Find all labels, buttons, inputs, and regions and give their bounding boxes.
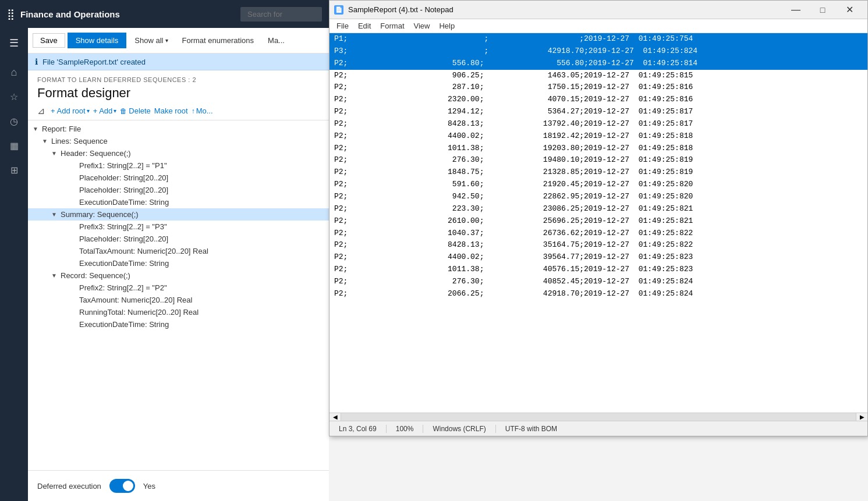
notepad-line-17: P2; 1040.37; 26736.62;2019-12-27 01:49:2… <box>330 228 867 240</box>
make-root-button[interactable]: Make root <box>154 106 188 115</box>
bottom-section: Deferred execution Yes <box>28 470 329 501</box>
tree-toggle-icon: ▼ <box>33 126 41 132</box>
format-designer-header: FORMAT TO LEARN DEFERRED SEQUENCES : 2 F… <box>28 70 329 120</box>
info-icon: ℹ <box>35 57 38 66</box>
maximize-button[interactable]: □ <box>809 1 836 19</box>
minimize-button[interactable]: — <box>782 1 809 19</box>
add-button[interactable]: + Add ▾ <box>93 106 117 115</box>
format-tree: ▼ Report: File ▼ Lines: Sequence ▼ Heade… <box>28 120 329 470</box>
save-button[interactable]: Save <box>33 33 65 48</box>
tree-item-record-sequence[interactable]: ▼ Record: Sequence(;) <box>28 269 329 282</box>
filter-icon[interactable]: ⊿ <box>37 105 45 116</box>
tree-item-prefix1[interactable]: Prefix1: String[2..2] = "P1" <box>28 159 329 172</box>
tree-toggle-icon: ▼ <box>42 138 50 144</box>
notepad-line-8: P2; 8428.13; 13792.40;2019-12-27 01:49:2… <box>330 118 867 130</box>
notepad-window-controls: — □ ✕ <box>782 1 863 19</box>
delete-button[interactable]: 🗑 Delete <box>120 106 151 115</box>
notepad-line-18: P2; 8428.13; 35164.75;2019-12-27 01:49:2… <box>330 239 867 251</box>
tree-item-exec-datetime-1[interactable]: ExecutionDateTime: String <box>28 196 329 208</box>
notepad-line-2: P3; ; 42918.70;2019-12-27 01:49:25:824 <box>330 45 867 58</box>
tree-item-lines-sequence[interactable]: ▼ Lines: Sequence <box>28 135 329 147</box>
tree-item-placeholder-1[interactable]: Placeholder: String[20..20] <box>28 172 329 184</box>
show-all-button[interactable]: Show all ▾ <box>129 33 173 48</box>
tree-item-label: Header: Sequence(;) <box>61 149 131 158</box>
tree-item-label: TaxAmount: Numeric[20..20] Real <box>79 296 192 304</box>
tree-item-prefix2[interactable]: Prefix2: String[2..2] = "P2" <box>28 282 329 294</box>
format-breadcrumb: FORMAT TO LEARN DEFERRED SEQUENCES : 2 <box>37 76 320 83</box>
tree-item-label: Placeholder: String[20..20] <box>79 234 168 243</box>
tree-item-runningtotal[interactable]: RunningTotal: Numeric[20..20] Real <box>28 306 329 318</box>
left-nav: ☰ ⌂ ☆ ◷ ▦ ⊞ <box>0 28 28 501</box>
tree-item-label: Record: Sequence(;) <box>61 271 130 280</box>
tree-item-exec-datetime-3[interactable]: ExecutionDateTime: String <box>28 318 329 331</box>
infobar-message: File 'SampleReport.txt' created <box>42 58 146 66</box>
favorites-icon[interactable]: ☆ <box>2 85 26 108</box>
notepad-menu-format[interactable]: Format <box>375 20 409 31</box>
tree-item-label: Prefix3: String[2..2] = "P3" <box>79 222 167 231</box>
notepad-menu-file[interactable]: File <box>332 20 353 31</box>
more-button[interactable]: Ma... <box>262 33 290 48</box>
tree-item-label: Prefix2: String[2..2] = "P2" <box>79 283 167 292</box>
notepad-line-7: P2; 1294.12; 5364.27;2019-12-27 01:49:25… <box>330 106 867 118</box>
show-details-button[interactable]: Show details <box>68 33 127 48</box>
search-input[interactable] <box>240 7 322 22</box>
notepad-titlebar: 📄 SampleReport (4).txt - Notepad — □ ✕ <box>330 1 867 19</box>
notepad-line-14: P2; 942.50; 22862.95;2019-12-27 01:49:25… <box>330 191 867 203</box>
hamburger-icon[interactable]: ☰ <box>2 31 26 55</box>
notepad-line-5: P2; 287.10; 1750.15;2019-12-27 01:49:25:… <box>330 81 867 94</box>
tree-toggle-icon: ▼ <box>51 211 59 218</box>
format-enumerations-button[interactable]: Format enumerations <box>176 33 260 48</box>
notepad-app-icon: 📄 <box>334 5 343 15</box>
tree-item-totaltaxamount[interactable]: TotalTaxAmount: Numeric[20..20] Real <box>28 245 329 257</box>
tree-item-label: RunningTotal: Numeric[20..20] Real <box>79 308 199 317</box>
tree-item-placeholder-2[interactable]: Placeholder: String[20..20] <box>28 184 329 196</box>
add-root-button[interactable]: + Add root ▾ <box>51 106 90 115</box>
notepad-line-11: P2; 276.30; 19480.10;2019-12-27 01:49:25… <box>330 154 867 166</box>
grid-dots-icon[interactable]: ⣿ <box>7 8 15 20</box>
notepad-line-4: P2; 906.25; 1463.05;2019-12-27 01:49:25:… <box>330 70 867 82</box>
tree-item-taxamount[interactable]: TaxAmount: Numeric[20..20] Real <box>28 294 329 306</box>
chevron-down-icon: ▾ <box>87 108 90 114</box>
notepad-line-20: P2; 1011.38; 40576.15;2019-12-27 01:49:2… <box>330 264 867 276</box>
notepad-line-6: P2; 2320.00; 4070.15;2019-12-27 01:49:25… <box>330 94 867 106</box>
dashboard-icon[interactable]: ▦ <box>2 134 26 157</box>
tree-toggle-icon: ▼ <box>51 150 59 157</box>
fo-toolbar: Save Show details Show all ▾ Format enum… <box>28 28 329 54</box>
tree-item-exec-datetime-2[interactable]: ExecutionDateTime: String <box>28 257 329 269</box>
chevron-down-icon: ▾ <box>114 108 116 114</box>
tree-item-header-sequence[interactable]: ▼ Header: Sequence(;) <box>28 147 329 159</box>
tree-item-placeholder-3[interactable]: Placeholder: String[20..20] <box>28 233 329 245</box>
notepad-line-15: P2; 223.30; 23086.25;2019-12-27 01:49:25… <box>330 203 867 215</box>
app-title: Finance and Operations <box>20 9 235 19</box>
notepad-content[interactable]: P1; ; ;2019-12-27 01:49:25:754 P3; ; 429… <box>330 33 867 413</box>
notepad-menu-view[interactable]: View <box>409 20 435 31</box>
tree-item-label: Prefix1: String[2..2] = "P1" <box>79 161 167 170</box>
recent-icon[interactable]: ◷ <box>2 109 26 133</box>
deferred-value-label: Yes <box>143 482 155 491</box>
notepad-line-22: P2; 2066.25; 42918.70;2019-12-27 01:49:2… <box>330 288 867 300</box>
tree-item-label: Report: File <box>42 125 81 133</box>
notepad-zoom: 100% <box>387 425 424 433</box>
format-title: Format designer <box>37 86 320 101</box>
home-icon[interactable]: ⌂ <box>2 61 26 84</box>
notepad-menubar: File Edit Format View Help <box>330 19 867 33</box>
tree-item-prefix3[interactable]: Prefix3: String[2..2] = "P3" <box>28 221 329 233</box>
chevron-down-icon: ▾ <box>165 37 168 44</box>
fo-app: ⣿ Finance and Operations ☰ ⌂ ☆ ◷ ▦ ⊞ Sav… <box>0 0 329 501</box>
notepad-line-ending: Windows (CRLF) <box>423 425 495 433</box>
deferred-toggle[interactable] <box>109 479 135 493</box>
deferred-execution-label: Deferred execution <box>37 482 101 491</box>
notepad-line-16: P2; 2610.00; 25696.25;2019-12-27 01:49:2… <box>330 215 867 228</box>
tree-item-summary-sequence[interactable]: ▼ Summary: Sequence(;) <box>28 208 329 221</box>
move-button[interactable]: ↑ Mo... <box>192 106 213 115</box>
close-button[interactable]: ✕ <box>836 1 863 19</box>
tree-item-label: ExecutionDateTime: String <box>79 320 169 329</box>
notepad-hscrollbar[interactable]: ◀ ▶ <box>330 413 867 421</box>
format-toolbar: ⊿ + Add root ▾ + Add ▾ 🗑 Delete Make roo… <box>37 105 320 116</box>
tree-item-label: ExecutionDateTime: String <box>79 198 169 207</box>
notepad-menu-edit[interactable]: Edit <box>353 20 375 31</box>
infobar: ℹ File 'SampleReport.txt' created <box>28 54 329 70</box>
notepad-menu-help[interactable]: Help <box>434 20 459 31</box>
menu-icon[interactable]: ⊞ <box>2 158 26 182</box>
tree-item-report-file[interactable]: ▼ Report: File <box>28 123 329 135</box>
